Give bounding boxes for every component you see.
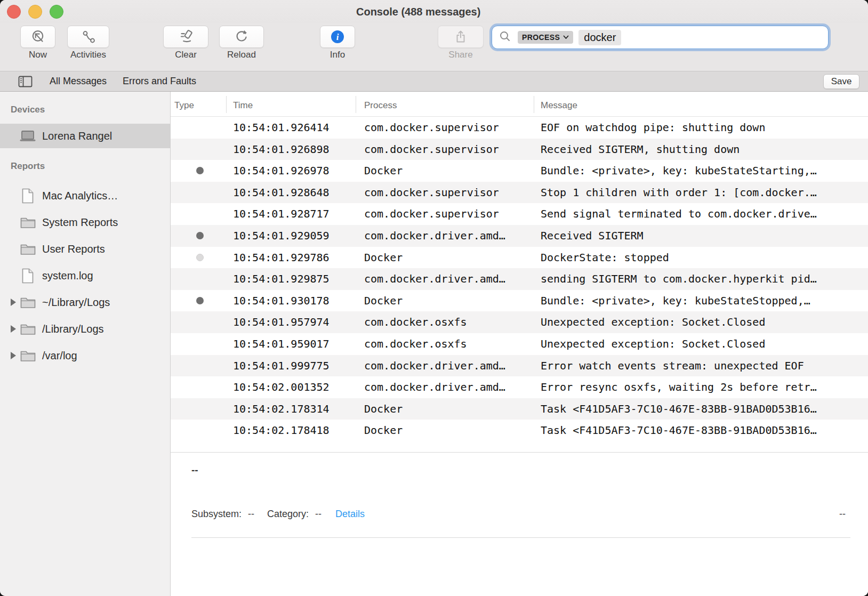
info-button[interactable]: i <box>320 26 355 48</box>
share-button[interactable] <box>438 26 484 48</box>
category-label: Category: <box>267 509 309 519</box>
log-pane: Type Time Process Message 10:54:01.92641… <box>171 92 868 596</box>
log-row[interactable]: 10:54:01.929059com.docker.driver.amd…Rec… <box>171 225 868 247</box>
log-row[interactable]: 10:54:01.999775com.docker.driver.amd…Err… <box>171 355 868 377</box>
log-level-dot <box>196 254 204 261</box>
category-value: -- <box>315 509 322 519</box>
log-process: com.docker.supervisor <box>364 182 499 204</box>
sidebar-item-label: System Reports <box>42 216 118 229</box>
log-time: 10:54:02.178418 <box>233 420 329 441</box>
log-row[interactable]: 10:54:01.926978DockerBundle: <private>, … <box>171 160 868 182</box>
log-message: Unexpected exception: Socket.Closed <box>541 333 866 355</box>
sidebar-item-label: ~/Library/Logs <box>42 296 110 309</box>
folder-icon <box>19 216 36 229</box>
reload-icon <box>220 29 263 45</box>
column-header-message: Message <box>541 92 577 119</box>
clear-button[interactable] <box>163 26 208 48</box>
log-time: 10:54:01.926978 <box>233 160 329 182</box>
sidebar-item-lorena-rangel[interactable]: Lorena Rangel <box>0 124 170 148</box>
now-button[interactable] <box>20 26 55 48</box>
log-process: com.docker.driver.amd… <box>364 376 505 398</box>
log-process: com.docker.supervisor <box>364 139 499 160</box>
sidebar-item-var-log[interactable]: /var/log <box>0 342 170 369</box>
disclosure-triangle-icon <box>7 132 19 140</box>
tab-all-messages[interactable]: All Messages <box>50 76 107 87</box>
log-message: DockerState: stopped <box>541 247 866 269</box>
details-link[interactable]: Details <box>335 509 365 519</box>
laptop-icon <box>19 130 36 142</box>
sidebar-item-system-reports[interactable]: System Reports <box>0 209 170 236</box>
log-time: 10:54:02.178314 <box>233 398 329 420</box>
chevron-down-icon <box>563 35 569 39</box>
disclosure-triangle-icon[interactable] <box>7 352 19 359</box>
sidebar-item-library-logs[interactable]: ~/Library/Logs <box>0 289 170 316</box>
log-process: com.docker.osxfs <box>364 333 467 355</box>
svg-text:i: i <box>336 32 339 42</box>
sidebar-item-library-logs[interactable]: /Library/Logs <box>0 316 170 342</box>
log-row[interactable]: 10:54:01.929786DockerDockerState: stoppe… <box>171 247 868 269</box>
zoom-button[interactable] <box>50 5 63 19</box>
log-time: 10:54:01.928648 <box>233 182 329 204</box>
log-table: 10:54:01.926414com.docker.supervisorEOF … <box>171 117 868 441</box>
log-row[interactable]: 10:54:01.928648com.docker.supervisorStop… <box>171 182 868 204</box>
log-message: Error resync osxfs, waiting 2s before re… <box>541 376 866 398</box>
search-input[interactable]: docker <box>578 30 621 45</box>
log-row[interactable]: 10:54:02.001352com.docker.driver.amd…Err… <box>171 376 868 398</box>
info-label: Info <box>320 50 355 60</box>
log-row[interactable]: 10:54:01.959017com.docker.osxfsUnexpecte… <box>171 333 868 355</box>
minimize-button[interactable] <box>28 5 42 19</box>
titlebar: Console (488 messages) <box>0 0 868 23</box>
log-process: com.docker.supervisor <box>364 117 499 139</box>
log-row[interactable]: 10:54:01.957974com.docker.osxfsUnexpecte… <box>171 311 868 333</box>
disclosure-triangle-icon <box>7 245 19 253</box>
column-divider <box>226 96 227 113</box>
column-header-time: Time <box>233 92 253 119</box>
log-time: 10:54:01.926898 <box>233 139 329 160</box>
search-field[interactable]: PROCESS docker <box>492 26 829 49</box>
log-row[interactable]: 10:54:01.926414com.docker.supervisorEOF … <box>171 117 868 139</box>
reload-button[interactable] <box>219 26 264 48</box>
sidebar-item-user-reports[interactable]: User Reports <box>0 236 170 262</box>
close-button[interactable] <box>7 5 21 19</box>
disclosure-triangle-icon <box>7 192 19 199</box>
log-row[interactable]: 10:54:01.930178DockerBundle: <private>, … <box>171 290 868 312</box>
log-level-dot <box>196 232 204 239</box>
tab-errors-and-faults[interactable]: Errors and Faults <box>123 76 196 87</box>
sidebar-item-label: Lorena Rangel <box>42 130 112 142</box>
save-button[interactable]: Save <box>823 74 859 89</box>
detail-right-value: -- <box>839 509 846 520</box>
log-row[interactable]: 10:54:01.926898com.docker.supervisorRece… <box>171 139 868 160</box>
activities-button[interactable] <box>67 26 109 48</box>
activities-label: Activities <box>67 50 109 60</box>
log-process: com.docker.driver.amd… <box>364 268 505 290</box>
log-time: 10:54:01.929786 <box>233 247 329 269</box>
subsystem-label: Subsystem: <box>191 509 242 519</box>
detail-divider <box>191 537 850 538</box>
activities-icon <box>68 29 109 45</box>
log-message: Error watch events stream: unexpected EO… <box>541 355 866 377</box>
document-icon <box>19 188 36 204</box>
sidebar-item-label: Mac Analytics… <box>42 190 118 202</box>
search-icon <box>499 30 511 45</box>
log-row[interactable]: 10:54:02.178418DockerTask <F41D5AF3-7C10… <box>171 420 868 441</box>
sidebar-item-mac-analytics[interactable]: Mac Analytics… <box>0 182 170 209</box>
disclosure-triangle-icon[interactable] <box>7 325 19 333</box>
search-scope-token[interactable]: PROCESS <box>518 31 573 44</box>
document-icon <box>19 268 36 284</box>
log-process: Docker <box>364 247 403 269</box>
console-window: Console (488 messages) Now <box>0 0 868 596</box>
disclosure-triangle-icon[interactable] <box>7 299 19 306</box>
log-message: Stop 1 children with order 1: [com.docke… <box>541 182 866 204</box>
log-row[interactable]: 10:54:02.178314DockerTask <F41D5AF3-7C10… <box>171 398 868 420</box>
detail-meta: Subsystem:--Category:--Details <box>191 509 365 520</box>
log-message: Bundle: <private>, key: kubeStateStopped… <box>541 290 866 312</box>
log-row[interactable]: 10:54:01.928717com.docker.supervisorSend… <box>171 203 868 225</box>
folder-icon <box>19 296 36 309</box>
sidebar-toggle-button[interactable] <box>18 75 33 88</box>
share-icon <box>438 29 483 44</box>
sidebar-item-system-log[interactable]: system.log <box>0 262 170 289</box>
column-divider <box>356 96 356 113</box>
log-row[interactable]: 10:54:01.929875com.docker.driver.amd…sen… <box>171 268 868 290</box>
log-level-dot <box>196 297 204 304</box>
log-process: com.docker.driver.amd… <box>364 355 505 377</box>
